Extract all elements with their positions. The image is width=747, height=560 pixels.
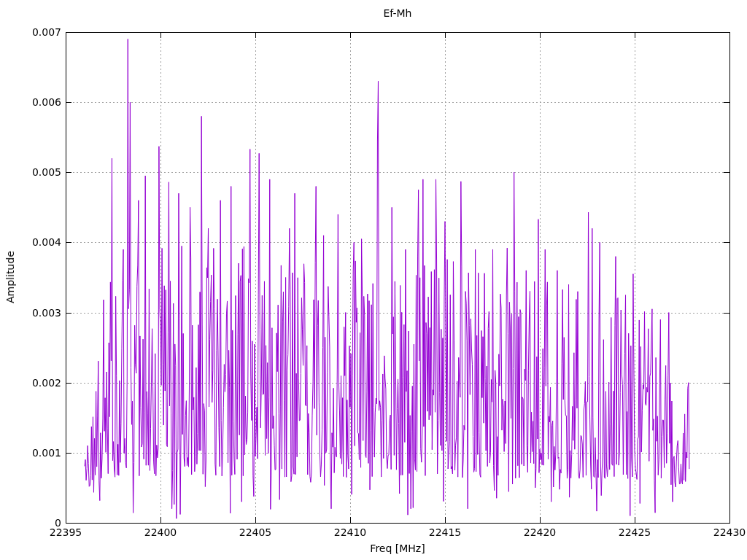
y-tick-label: 0.004 <box>0 236 61 248</box>
x-tick-label: 22425 <box>605 526 664 538</box>
chart-title: Ef-Mh <box>66 7 729 20</box>
x-tick-label: 22405 <box>226 526 285 538</box>
plot-area <box>0 0 747 560</box>
y-tick-label: 0.007 <box>0 26 61 38</box>
y-tick-label: 0.006 <box>0 96 61 108</box>
x-tick-label: 22430 <box>700 526 747 538</box>
x-tick-label: 22395 <box>36 526 95 538</box>
y-tick-label: 0.001 <box>0 447 61 459</box>
x-tick-label: 22420 <box>511 526 569 538</box>
y-tick-label: 0.003 <box>0 307 61 319</box>
x-tick-label: 22400 <box>131 526 190 538</box>
x-tick-label: 22410 <box>321 526 379 538</box>
y-tick-label: 0.002 <box>0 377 61 389</box>
x-axis-label: Freq [MHz] <box>66 542 729 555</box>
x-tick-label: 22415 <box>416 526 474 538</box>
y-tick-label: 0.005 <box>0 166 61 178</box>
gnuplot-figure: Ef-Mh Amplitude Freq [MHz] 00.0010.0020.… <box>0 0 747 560</box>
y-axis-label: Amplitude <box>4 251 16 303</box>
